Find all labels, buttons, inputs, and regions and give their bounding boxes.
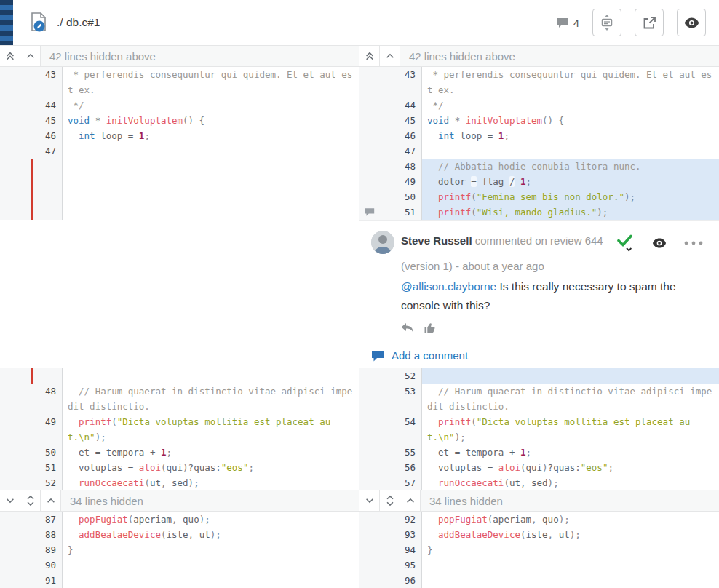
- expand-chevron-up-button[interactable]: [400, 490, 421, 511]
- drag-handle[interactable]: [0, 0, 13, 45]
- line-number[interactable]: 47: [400, 143, 422, 159]
- gutter: [0, 573, 41, 588]
- gutter: [0, 67, 41, 98]
- line-number[interactable]: 47: [41, 143, 63, 159]
- line-number[interactable]: 53: [400, 384, 422, 414]
- code-row: 56 voluptas = atoi(qui)?quas:"eos";: [360, 460, 719, 475]
- code-row: 55 et = tempora + 1;: [360, 445, 719, 460]
- code-row: 50 printf("Femina sem bis non dolor.");: [360, 189, 719, 204]
- line-number[interactable]: [41, 159, 63, 174]
- code-line: voluptas = atoi(qui)?quas:"eos";: [63, 460, 359, 475]
- line-number[interactable]: 48: [41, 384, 63, 414]
- code-line: [422, 368, 719, 384]
- code-row: 52: [360, 368, 719, 384]
- thumbs-up-button[interactable]: [424, 322, 436, 333]
- code-row: 47: [360, 143, 719, 159]
- code-line: [63, 204, 359, 220]
- code-row: 49 printf("Dicta voluptas mollitia est p…: [0, 414, 359, 445]
- gutter: [360, 204, 400, 220]
- line-number[interactable]: 55: [400, 445, 422, 460]
- line-number[interactable]: 45: [400, 113, 422, 128]
- line-number[interactable]: 48: [400, 159, 422, 174]
- line-number[interactable]: 95: [400, 557, 422, 573]
- hidden-lines-bar: 34 lines hidden: [0, 490, 359, 512]
- comment-author[interactable]: Steve Russell: [401, 234, 472, 247]
- line-number[interactable]: 57: [400, 475, 422, 490]
- ellipsis-icon: [684, 241, 703, 245]
- expand-chevron-up-button[interactable]: [20, 46, 41, 66]
- line-number[interactable]: 90: [41, 557, 63, 573]
- comment-bubble-icon: [557, 17, 569, 28]
- line-number[interactable]: 93: [400, 527, 422, 542]
- comment-visibility-button[interactable]: [652, 238, 667, 248]
- reply-button[interactable]: [401, 322, 414, 333]
- collapse-comments-button[interactable]: [592, 9, 621, 36]
- line-number[interactable]: 91: [41, 573, 63, 588]
- code-row: 96: [360, 573, 719, 588]
- expand-chevron-down-button[interactable]: [360, 490, 380, 511]
- gutter: [0, 98, 41, 113]
- line-number[interactable]: 87: [41, 512, 63, 527]
- code-line: * perferendis consequuntur qui quidem. E…: [63, 67, 359, 98]
- line-number[interactable]: [41, 174, 63, 189]
- line-number[interactable]: [41, 368, 63, 384]
- line-comment-marker-icon[interactable]: [365, 207, 375, 217]
- code-row: 91: [0, 573, 359, 588]
- comment-more-button[interactable]: [684, 241, 703, 245]
- code-line: printf("Wisi, mando gladius.");: [422, 204, 719, 220]
- line-number[interactable]: 49: [41, 414, 63, 445]
- line-number[interactable]: 89: [41, 542, 63, 557]
- comment-actions: [401, 322, 707, 333]
- eye-icon: [684, 17, 699, 28]
- line-number[interactable]: 44: [400, 98, 422, 113]
- line-number[interactable]: 50: [41, 445, 63, 460]
- comment-body: @allison.clayborne Is this really necess…: [401, 277, 707, 315]
- task-check-icon: [617, 234, 635, 253]
- line-number[interactable]: 45: [41, 113, 63, 128]
- expand-chevrons-up-button[interactable]: [360, 46, 380, 66]
- code-row: 48 // Abbatia hodie conubia litora nunc.: [360, 159, 719, 174]
- line-number[interactable]: 43: [41, 67, 63, 98]
- line-number[interactable]: 88: [41, 527, 63, 542]
- line-number[interactable]: [41, 189, 63, 204]
- gutter: [0, 174, 41, 189]
- add-comment-link[interactable]: Add a comment: [371, 349, 707, 362]
- hidden-lines-label: 34 lines hidden: [429, 495, 503, 507]
- show-diffs-button[interactable]: [677, 9, 706, 36]
- line-number[interactable]: 51: [41, 460, 63, 475]
- line-number[interactable]: 49: [400, 174, 422, 189]
- file-path[interactable]: ./ db.c#1: [57, 16, 100, 29]
- line-number[interactable]: 52: [41, 475, 63, 490]
- expand-chevron-down-button[interactable]: [0, 490, 20, 511]
- expand-chevron-up-button[interactable]: [380, 46, 400, 66]
- thumbs-up-icon: [424, 322, 436, 333]
- line-number[interactable]: 44: [41, 98, 63, 113]
- line-number[interactable]: 46: [400, 128, 422, 143]
- line-number[interactable]: 50: [400, 189, 422, 204]
- line-number[interactable]: 51: [400, 204, 422, 220]
- expand-chevron-up-button[interactable]: [41, 490, 61, 511]
- hidden-lines-label: 42 lines hidden above: [49, 50, 156, 63]
- file-edited-icon: [29, 12, 48, 33]
- line-number[interactable]: 96: [400, 573, 422, 588]
- gutter: [0, 143, 41, 159]
- task-state-button[interactable]: [617, 234, 635, 253]
- line-number[interactable]: 94: [400, 542, 422, 557]
- open-in-new-button[interactable]: [635, 9, 664, 36]
- mention-link[interactable]: @allison.clayborne: [401, 280, 496, 293]
- line-number[interactable]: 54: [400, 414, 422, 445]
- expand-chevrons-up-button[interactable]: [0, 46, 20, 66]
- code-row: 46 int loop = 1;: [0, 128, 359, 143]
- line-number[interactable]: 52: [400, 368, 422, 384]
- line-number[interactable]: 92: [400, 512, 422, 527]
- comment-meta: (version 1) - about a year ago: [401, 260, 707, 272]
- code-line: [63, 573, 359, 588]
- line-number[interactable]: [41, 204, 63, 220]
- gutter: [360, 159, 400, 174]
- line-number[interactable]: 43: [400, 67, 422, 98]
- line-number[interactable]: 56: [400, 460, 422, 475]
- expand-expand-vert-button[interactable]: [20, 490, 41, 511]
- expand-expand-vert-button[interactable]: [380, 490, 400, 511]
- code-line: popFugiat(aperiam, quo);: [63, 512, 359, 527]
- line-number[interactable]: 46: [41, 128, 63, 143]
